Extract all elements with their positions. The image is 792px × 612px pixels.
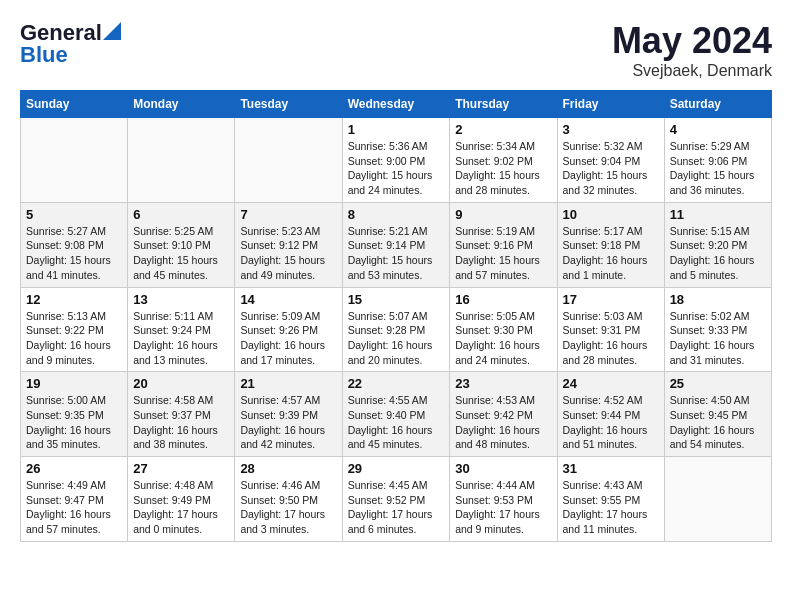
day-number: 11 (670, 207, 766, 222)
calendar-cell: 25Sunrise: 4:50 AM Sunset: 9:45 PM Dayli… (664, 372, 771, 457)
header-wednesday: Wednesday (342, 91, 450, 118)
day-number: 3 (563, 122, 659, 137)
day-number: 29 (348, 461, 445, 476)
day-info: Sunrise: 5:32 AM Sunset: 9:04 PM Dayligh… (563, 139, 659, 198)
calendar-cell: 12Sunrise: 5:13 AM Sunset: 9:22 PM Dayli… (21, 287, 128, 372)
day-info: Sunrise: 5:15 AM Sunset: 9:20 PM Dayligh… (670, 224, 766, 283)
day-info: Sunrise: 4:45 AM Sunset: 9:52 PM Dayligh… (348, 478, 445, 537)
day-number: 22 (348, 376, 445, 391)
header-friday: Friday (557, 91, 664, 118)
logo: General Blue (20, 20, 121, 68)
calendar-cell: 20Sunrise: 4:58 AM Sunset: 9:37 PM Dayli… (128, 372, 235, 457)
calendar-cell: 16Sunrise: 5:05 AM Sunset: 9:30 PM Dayli… (450, 287, 557, 372)
calendar-cell: 4Sunrise: 5:29 AM Sunset: 9:06 PM Daylig… (664, 118, 771, 203)
day-number: 17 (563, 292, 659, 307)
calendar-cell: 22Sunrise: 4:55 AM Sunset: 9:40 PM Dayli… (342, 372, 450, 457)
day-number: 2 (455, 122, 551, 137)
day-number: 10 (563, 207, 659, 222)
calendar-cell: 19Sunrise: 5:00 AM Sunset: 9:35 PM Dayli… (21, 372, 128, 457)
calendar-cell: 10Sunrise: 5:17 AM Sunset: 9:18 PM Dayli… (557, 202, 664, 287)
day-number: 15 (348, 292, 445, 307)
day-info: Sunrise: 5:27 AM Sunset: 9:08 PM Dayligh… (26, 224, 122, 283)
week-row-3: 12Sunrise: 5:13 AM Sunset: 9:22 PM Dayli… (21, 287, 772, 372)
day-number: 9 (455, 207, 551, 222)
day-number: 5 (26, 207, 122, 222)
calendar-cell (21, 118, 128, 203)
day-info: Sunrise: 5:29 AM Sunset: 9:06 PM Dayligh… (670, 139, 766, 198)
day-info: Sunrise: 5:11 AM Sunset: 9:24 PM Dayligh… (133, 309, 229, 368)
day-number: 30 (455, 461, 551, 476)
calendar-cell: 6Sunrise: 5:25 AM Sunset: 9:10 PM Daylig… (128, 202, 235, 287)
logo-wing-icon (103, 22, 121, 40)
header-sunday: Sunday (21, 91, 128, 118)
day-number: 21 (240, 376, 336, 391)
day-number: 16 (455, 292, 551, 307)
calendar-cell: 5Sunrise: 5:27 AM Sunset: 9:08 PM Daylig… (21, 202, 128, 287)
day-number: 26 (26, 461, 122, 476)
day-info: Sunrise: 5:00 AM Sunset: 9:35 PM Dayligh… (26, 393, 122, 452)
calendar-cell: 18Sunrise: 5:02 AM Sunset: 9:33 PM Dayli… (664, 287, 771, 372)
calendar-cell: 7Sunrise: 5:23 AM Sunset: 9:12 PM Daylig… (235, 202, 342, 287)
week-row-2: 5Sunrise: 5:27 AM Sunset: 9:08 PM Daylig… (21, 202, 772, 287)
calendar-cell: 8Sunrise: 5:21 AM Sunset: 9:14 PM Daylig… (342, 202, 450, 287)
calendar-cell: 13Sunrise: 5:11 AM Sunset: 9:24 PM Dayli… (128, 287, 235, 372)
day-number: 19 (26, 376, 122, 391)
calendar-cell (664, 457, 771, 542)
header-saturday: Saturday (664, 91, 771, 118)
day-number: 27 (133, 461, 229, 476)
day-number: 8 (348, 207, 445, 222)
page-header: General Blue May 2024 Svejbaek, Denmark (20, 20, 772, 80)
day-number: 31 (563, 461, 659, 476)
day-info: Sunrise: 5:07 AM Sunset: 9:28 PM Dayligh… (348, 309, 445, 368)
day-info: Sunrise: 5:03 AM Sunset: 9:31 PM Dayligh… (563, 309, 659, 368)
day-info: Sunrise: 4:55 AM Sunset: 9:40 PM Dayligh… (348, 393, 445, 452)
calendar-cell: 29Sunrise: 4:45 AM Sunset: 9:52 PM Dayli… (342, 457, 450, 542)
calendar-cell: 28Sunrise: 4:46 AM Sunset: 9:50 PM Dayli… (235, 457, 342, 542)
day-info: Sunrise: 4:52 AM Sunset: 9:44 PM Dayligh… (563, 393, 659, 452)
calendar-cell: 24Sunrise: 4:52 AM Sunset: 9:44 PM Dayli… (557, 372, 664, 457)
calendar-header-row: Sunday Monday Tuesday Wednesday Thursday… (21, 91, 772, 118)
day-info: Sunrise: 4:57 AM Sunset: 9:39 PM Dayligh… (240, 393, 336, 452)
day-info: Sunrise: 4:48 AM Sunset: 9:49 PM Dayligh… (133, 478, 229, 537)
location-title: Svejbaek, Denmark (612, 62, 772, 80)
week-row-4: 19Sunrise: 5:00 AM Sunset: 9:35 PM Dayli… (21, 372, 772, 457)
day-info: Sunrise: 5:36 AM Sunset: 9:00 PM Dayligh… (348, 139, 445, 198)
day-info: Sunrise: 4:58 AM Sunset: 9:37 PM Dayligh… (133, 393, 229, 452)
day-info: Sunrise: 4:50 AM Sunset: 9:45 PM Dayligh… (670, 393, 766, 452)
title-block: May 2024 Svejbaek, Denmark (612, 20, 772, 80)
calendar-cell (128, 118, 235, 203)
day-number: 25 (670, 376, 766, 391)
calendar-cell: 9Sunrise: 5:19 AM Sunset: 9:16 PM Daylig… (450, 202, 557, 287)
header-tuesday: Tuesday (235, 91, 342, 118)
day-number: 12 (26, 292, 122, 307)
calendar-cell: 14Sunrise: 5:09 AM Sunset: 9:26 PM Dayli… (235, 287, 342, 372)
calendar-cell: 30Sunrise: 4:44 AM Sunset: 9:53 PM Dayli… (450, 457, 557, 542)
day-info: Sunrise: 5:21 AM Sunset: 9:14 PM Dayligh… (348, 224, 445, 283)
calendar-cell: 23Sunrise: 4:53 AM Sunset: 9:42 PM Dayli… (450, 372, 557, 457)
svg-marker-0 (103, 22, 121, 40)
day-number: 24 (563, 376, 659, 391)
day-info: Sunrise: 4:46 AM Sunset: 9:50 PM Dayligh… (240, 478, 336, 537)
day-number: 20 (133, 376, 229, 391)
day-number: 4 (670, 122, 766, 137)
day-number: 6 (133, 207, 229, 222)
month-title: May 2024 (612, 20, 772, 62)
day-info: Sunrise: 5:34 AM Sunset: 9:02 PM Dayligh… (455, 139, 551, 198)
day-number: 28 (240, 461, 336, 476)
day-info: Sunrise: 5:23 AM Sunset: 9:12 PM Dayligh… (240, 224, 336, 283)
calendar-cell: 21Sunrise: 4:57 AM Sunset: 9:39 PM Dayli… (235, 372, 342, 457)
calendar-cell: 1Sunrise: 5:36 AM Sunset: 9:00 PM Daylig… (342, 118, 450, 203)
calendar-cell: 15Sunrise: 5:07 AM Sunset: 9:28 PM Dayli… (342, 287, 450, 372)
calendar-cell: 31Sunrise: 4:43 AM Sunset: 9:55 PM Dayli… (557, 457, 664, 542)
day-info: Sunrise: 4:44 AM Sunset: 9:53 PM Dayligh… (455, 478, 551, 537)
logo-blue-text: Blue (20, 42, 68, 68)
calendar-cell: 11Sunrise: 5:15 AM Sunset: 9:20 PM Dayli… (664, 202, 771, 287)
header-monday: Monday (128, 91, 235, 118)
day-number: 14 (240, 292, 336, 307)
day-number: 1 (348, 122, 445, 137)
day-info: Sunrise: 5:05 AM Sunset: 9:30 PM Dayligh… (455, 309, 551, 368)
calendar-cell: 2Sunrise: 5:34 AM Sunset: 9:02 PM Daylig… (450, 118, 557, 203)
day-number: 23 (455, 376, 551, 391)
calendar-cell: 27Sunrise: 4:48 AM Sunset: 9:49 PM Dayli… (128, 457, 235, 542)
header-thursday: Thursday (450, 91, 557, 118)
